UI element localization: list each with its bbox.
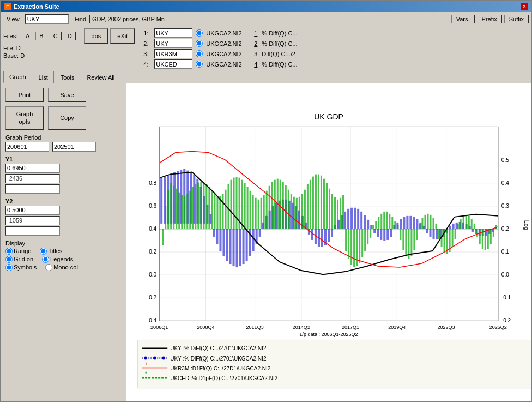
svg-rect-204 bbox=[321, 176, 322, 229]
series-idx-4[interactable]: 4 bbox=[252, 61, 259, 68]
svg-rect-162 bbox=[205, 184, 207, 229]
svg-rect-209 bbox=[334, 197, 336, 229]
period-label: Graph Period bbox=[5, 134, 122, 141]
y1-empty bbox=[5, 184, 60, 194]
series-idx-2[interactable]: 2 bbox=[252, 40, 259, 47]
close-button[interactable]: ✕ bbox=[521, 3, 528, 10]
svg-rect-186 bbox=[271, 182, 273, 229]
tab-graph[interactable]: Graph bbox=[3, 71, 32, 83]
svg-rect-119 bbox=[409, 216, 412, 229]
series-input-3[interactable] bbox=[154, 49, 192, 58]
dos-button[interactable]: dos bbox=[84, 28, 108, 44]
top-buttons: Print Save bbox=[5, 88, 122, 102]
copy-button[interactable]: Copy bbox=[48, 106, 86, 130]
svg-rect-217 bbox=[356, 229, 358, 266]
series-num-4: 4: bbox=[143, 61, 152, 68]
tab-tools[interactable]: Tools bbox=[55, 71, 81, 83]
svg-rect-153 bbox=[181, 195, 183, 229]
y2-neg-input[interactable] bbox=[5, 216, 60, 225]
svg-text:2025Q2: 2025Q2 bbox=[489, 325, 507, 330]
y1-value-input[interactable] bbox=[5, 164, 60, 173]
series-input-2[interactable] bbox=[154, 39, 192, 48]
find-button[interactable]: Find bbox=[71, 15, 90, 23]
series-input-1[interactable] bbox=[154, 28, 192, 38]
files-label: Files: bbox=[3, 33, 20, 39]
svg-rect-156 bbox=[189, 191, 191, 229]
series-input-4[interactable] bbox=[154, 59, 192, 69]
svg-rect-257 bbox=[466, 215, 467, 229]
svg-rect-213 bbox=[345, 229, 347, 251]
svg-rect-260 bbox=[474, 224, 475, 229]
svg-rect-234 bbox=[402, 229, 404, 250]
suffix-button[interactable]: Suffix bbox=[504, 15, 529, 23]
svg-rect-240 bbox=[419, 224, 420, 229]
gdp-label: GDP, 2002 prices, GBP Mn bbox=[92, 16, 165, 22]
range-radio[interactable] bbox=[5, 248, 13, 255]
svg-rect-154 bbox=[184, 196, 185, 229]
svg-rect-220 bbox=[364, 229, 366, 251]
svg-rect-120 bbox=[413, 217, 415, 229]
svg-rect-187 bbox=[274, 180, 276, 229]
svg-rect-125 bbox=[429, 229, 431, 237]
range-radio-label: Range bbox=[5, 248, 31, 255]
period-end-input[interactable] bbox=[52, 142, 96, 152]
svg-rect-215 bbox=[350, 229, 352, 265]
svg-rect-71 bbox=[252, 229, 255, 251]
legend-text-4: UKCED :% D1pF(Q) C:..\2701\UKGCA2.NI2 bbox=[170, 375, 277, 381]
svg-rect-138 bbox=[472, 229, 474, 232]
tab-review-all[interactable]: Review All bbox=[81, 71, 120, 83]
graph-opts-button[interactable]: Graph opIs bbox=[5, 106, 44, 130]
symbols-radio[interactable] bbox=[5, 264, 13, 271]
svg-rect-242 bbox=[424, 215, 426, 229]
y1-neg-input[interactable] bbox=[5, 174, 60, 183]
legends-radio[interactable] bbox=[42, 256, 49, 263]
y2-value-input[interactable] bbox=[5, 206, 60, 215]
svg-rect-61 bbox=[219, 229, 221, 251]
svg-rect-245 bbox=[433, 218, 434, 229]
display-label: Display: bbox=[5, 240, 122, 247]
svg-rect-235 bbox=[405, 229, 407, 256]
svg-rect-229 bbox=[389, 214, 390, 229]
series-idx-1[interactable]: 1 bbox=[252, 30, 259, 37]
prefix-button[interactable]: Prefix bbox=[477, 15, 502, 23]
svg-rect-92 bbox=[321, 229, 323, 247]
display-section: Display: Range Titles Grid on Legends bbox=[5, 240, 122, 271]
svg-rect-112 bbox=[386, 229, 389, 240]
svg-rect-196 bbox=[299, 197, 300, 229]
monocol-radio[interactable] bbox=[45, 264, 52, 271]
svg-rect-159 bbox=[197, 183, 199, 229]
file-d-button[interactable]: D bbox=[64, 32, 76, 40]
svg-rect-222 bbox=[370, 229, 371, 238]
tab-list[interactable]: List bbox=[33, 71, 54, 83]
svg-rect-247 bbox=[438, 229, 440, 239]
svg-rect-158 bbox=[195, 184, 196, 229]
svg-rect-228 bbox=[386, 212, 388, 229]
legend-dot-2 bbox=[144, 357, 147, 360]
period-start-input[interactable] bbox=[5, 142, 49, 152]
file-c-button[interactable]: C bbox=[50, 32, 62, 40]
svg-rect-200 bbox=[310, 180, 311, 229]
save-button[interactable]: Save bbox=[48, 88, 86, 102]
exit-button[interactable]: eXit bbox=[110, 28, 135, 44]
legend-plus: + bbox=[145, 361, 148, 367]
series-radio-3[interactable] bbox=[196, 50, 203, 57]
titles-radio[interactable] bbox=[40, 248, 47, 255]
series-num-1: 1: bbox=[143, 30, 152, 37]
svg-rect-231 bbox=[394, 221, 396, 229]
series-radio-4[interactable] bbox=[196, 61, 203, 68]
grid-radio[interactable] bbox=[5, 256, 13, 263]
series-idx-3[interactable]: 3 bbox=[252, 51, 259, 57]
svg-text:0.1: 0.1 bbox=[501, 249, 509, 255]
window-title: Extraction Suite bbox=[14, 3, 59, 10]
view-menu[interactable]: View bbox=[3, 15, 23, 23]
svg-rect-169 bbox=[225, 190, 226, 229]
search-input[interactable] bbox=[25, 14, 69, 24]
series-radio-1[interactable] bbox=[196, 29, 203, 37]
vars-button[interactable]: Vars. bbox=[451, 15, 475, 23]
file-b-button[interactable]: B bbox=[35, 32, 47, 40]
print-button[interactable]: Print bbox=[5, 88, 44, 102]
file-a-button[interactable]: A bbox=[22, 32, 33, 40]
svg-text:-0.2: -0.2 bbox=[147, 295, 157, 301]
series-radio-2[interactable] bbox=[196, 40, 203, 47]
y2-label: Y2 bbox=[5, 198, 122, 205]
